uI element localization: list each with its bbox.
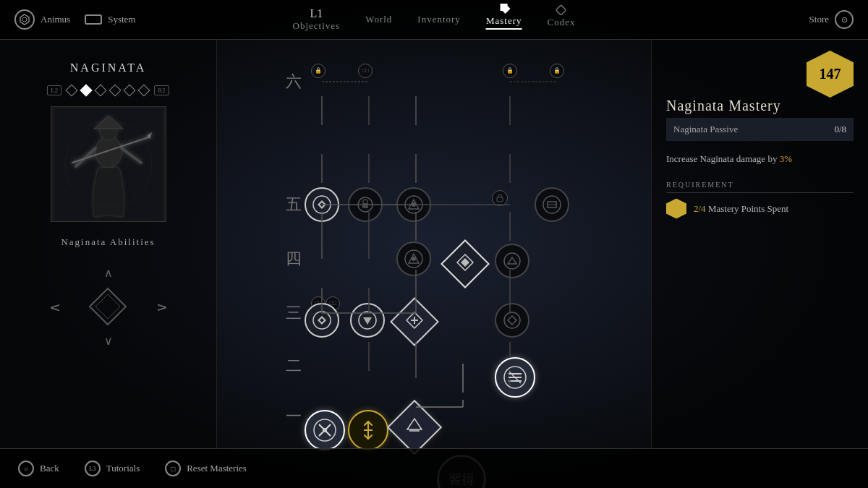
bottom-bar: ○ Back L3 Tutorials □ Reset Masteries [0, 448, 868, 488]
skill-node-5-5[interactable] [534, 187, 570, 223]
skill-dot-1 [66, 85, 78, 97]
nav-mastery[interactable]: Mastery [486, 9, 522, 30]
back-icon: ○ [18, 461, 34, 476]
animus-icon [14, 9, 35, 30]
l2-tag[interactable]: L2 [47, 85, 61, 95]
mini-node-6-3: 🔒 [503, 64, 517, 78]
req-hex-icon [666, 199, 686, 219]
skill-dot-6 [138, 85, 150, 97]
skill-node-4-5[interactable] [494, 243, 530, 279]
row-label-2: 二 [286, 355, 302, 377]
system-menu[interactable]: System [85, 14, 135, 25]
requirement-label: REQUIREMENT [666, 181, 854, 193]
tutorials-icon: L3 [85, 461, 101, 476]
store-button[interactable]: Store ⊙ [809, 10, 854, 29]
nav-down-arrow[interactable]: ∨ [104, 334, 113, 348]
hex-icon: 147 [807, 51, 854, 98]
top-navigation: Animus System L1 Objectives World Invent… [0, 0, 868, 40]
skill-node-4-3[interactable] [396, 241, 432, 277]
character-label: Naginata Abilities [61, 236, 155, 248]
row-label-6: 六 [286, 71, 302, 93]
nav-codex[interactable]: Codex [547, 11, 575, 28]
skill-dots: L2 R2 [47, 85, 169, 95]
skill-node-5-2[interactable] [347, 187, 383, 223]
system-icon [85, 14, 102, 25]
skill-node-3-1[interactable] [304, 302, 340, 338]
svg-rect-48 [497, 197, 503, 202]
lock-node-5-4 [492, 190, 508, 206]
animus-menu[interactable]: Animus [14, 9, 70, 30]
tutorials-label: Tutorials [106, 463, 140, 474]
r2-tag[interactable]: R2 [154, 85, 169, 95]
svg-point-1 [22, 17, 27, 22]
skill-tree-panel: 六 五 四 三 二 一 🔒 □□ 🔒 🔒 [217, 40, 651, 448]
row-label-1: 一 [286, 406, 302, 427]
weapon-title: NAGINATA [70, 61, 146, 74]
req-description: 2/4 Mastery Points Spent [694, 203, 788, 215]
svg-marker-2 [501, 4, 511, 14]
nav-left-arrow[interactable]: ∧ [46, 301, 63, 312]
req-count: 2/4 [694, 203, 706, 214]
skill-node-1-2[interactable] [347, 409, 389, 451]
animus-label: Animus [41, 14, 70, 25]
mini-node-6-1: 🔒 [311, 64, 326, 78]
skill-tree-connectors [282, 53, 586, 436]
mastery-passive-label: Naginata Passive [673, 124, 738, 135]
back-button[interactable]: ○ Back [18, 461, 59, 476]
skill-dot-4 [109, 85, 122, 97]
hex-value: 147 [820, 66, 841, 82]
nav-center-section: L1 Objectives World Inventory Mastery Co… [293, 7, 576, 32]
character-image [51, 106, 166, 222]
reset-button[interactable]: □ Reset Masteries [165, 461, 247, 476]
skill-node-2-5[interactable] [494, 356, 536, 398]
mastery-label: Mastery [486, 15, 522, 30]
skill-node-3-3[interactable] [394, 302, 434, 342]
store-label: Store [809, 14, 829, 25]
svg-point-61 [504, 312, 520, 328]
skill-node-5-3[interactable] [396, 187, 432, 223]
mastery-points-counter: 147 [807, 51, 854, 98]
reset-label: Reset Masteries [187, 463, 247, 474]
skill-dot-5 [124, 85, 136, 97]
objectives-btn-label: L1 [310, 7, 323, 20]
row-label-5: 五 [286, 194, 302, 215]
svg-rect-45 [362, 203, 368, 208]
mastery-percent: 3% [780, 153, 792, 164]
mastery-progress: 0/8 [834, 124, 846, 135]
skill-dot-3 [95, 85, 107, 97]
skill-node-1-1[interactable] [304, 409, 346, 451]
skill-dot-2 [80, 85, 93, 97]
svg-marker-54 [461, 258, 469, 267]
mini-node-6-4: 🔒 [550, 64, 564, 78]
objectives-label: Objectives [293, 20, 341, 32]
skill-node-3-5[interactable] [494, 302, 530, 338]
codex-label: Codex [547, 17, 575, 28]
skill-node-1-3[interactable] [393, 406, 436, 449]
back-label: Back [40, 463, 59, 474]
nav-objectives[interactable]: L1 Objectives [293, 7, 341, 32]
skill-node-3-2[interactable] [349, 302, 386, 338]
svg-marker-3 [556, 5, 566, 15]
skill-node-5-1[interactable] [304, 187, 340, 223]
mastery-skill-title: Naginata Mastery [666, 98, 854, 114]
row-label-3: 三 [286, 302, 302, 324]
nav-right-arrow[interactable]: ∧ [154, 301, 171, 312]
left-panel: NAGINATA L2 R2 [0, 40, 217, 448]
svg-point-47 [412, 202, 416, 207]
requirement-item: 2/4 Mastery Points Spent [666, 199, 854, 219]
svg-marker-0 [20, 14, 29, 25]
nav-inventory[interactable]: Inventory [417, 14, 461, 25]
svg-point-55 [504, 253, 520, 269]
tutorials-button[interactable]: L3 Tutorials [85, 461, 140, 476]
row-label-4: 四 [286, 248, 302, 270]
system-label: System [108, 14, 135, 25]
svg-point-5 [95, 136, 122, 168]
right-panel: 147 Naginata Mastery Naginata Passive 0/… [651, 40, 868, 448]
nav-up-arrow[interactable]: ∧ [104, 266, 113, 280]
mastery-subtitle-bar: Naginata Passive 0/8 [666, 118, 854, 141]
skill-tree-container: 六 五 四 三 二 一 🔒 □□ 🔒 🔒 [282, 53, 586, 436]
skill-node-4-diamond[interactable] [445, 244, 485, 284]
svg-point-70 [323, 428, 327, 432]
nav-world[interactable]: World [365, 14, 392, 25]
store-icon: ⊙ [835, 10, 854, 29]
